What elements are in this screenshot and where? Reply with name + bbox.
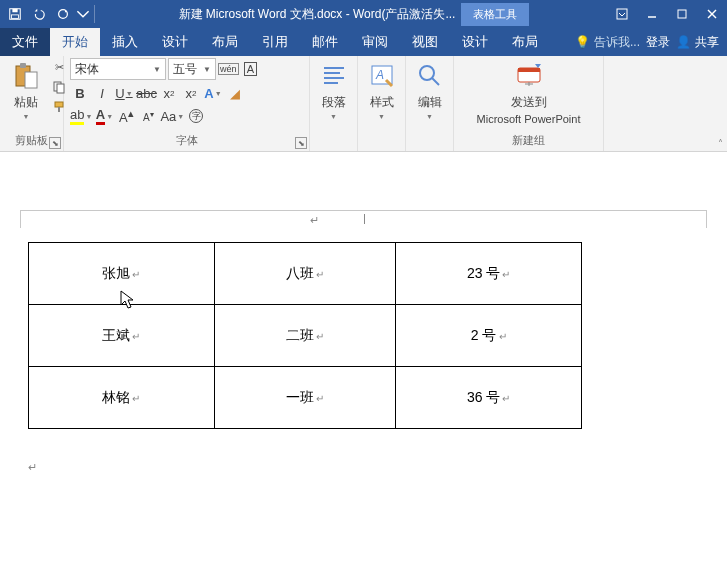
tab-mailings[interactable]: 邮件: [300, 28, 350, 56]
send-to-label: 发送到: [511, 94, 547, 111]
subscript-button[interactable]: x2: [159, 83, 179, 103]
table-row[interactable]: 林铭↵ 一班↵ 36 号↵: [29, 367, 582, 429]
send-to-powerpoint-button[interactable]: 发送到 Microsoft PowerPoint: [473, 58, 585, 127]
shrink-font-button[interactable]: A▾: [138, 106, 158, 126]
chevron-down-icon: ▼: [203, 65, 211, 74]
paragraph-button[interactable]: 段落 ▼: [314, 58, 354, 122]
title-center: 新建 Microsoft Word 文档.docx - Word(产品激活失..…: [101, 3, 607, 26]
table-cell[interactable]: 23 号↵: [396, 243, 582, 305]
enclose-characters-button[interactable]: 字: [186, 106, 206, 126]
grow-font-icon: A▴: [119, 107, 134, 125]
styles-button[interactable]: A 样式 ▼: [362, 58, 402, 122]
group-newgroup: 发送到 Microsoft PowerPoint 新建组: [454, 56, 604, 151]
document-area[interactable]: ↵ 张旭↵ 八班↵ 23 号↵ 王斌↵ 二班↵ 2 号↵ 林铭↵ 一班↵ 36 …: [0, 152, 727, 582]
svg-rect-6: [678, 10, 686, 18]
redo-button[interactable]: [52, 3, 74, 25]
group-font: 宋体▼ 五号▼ wén A B I U▼ abc x2 x2 A▼ ◢: [64, 56, 310, 151]
paste-button[interactable]: 粘贴 ▼: [6, 58, 46, 122]
table-cell[interactable]: 张旭↵: [29, 243, 215, 305]
minimize-button[interactable]: [637, 0, 667, 28]
svg-rect-14: [55, 102, 63, 107]
cell-mark-icon: ↵: [316, 269, 324, 280]
horizontal-ruler[interactable]: [20, 210, 707, 228]
tell-me-label: 告诉我...: [594, 34, 640, 51]
strikethrough-button[interactable]: abc: [136, 83, 157, 103]
table-row[interactable]: 张旭↵ 八班↵ 23 号↵: [29, 243, 582, 305]
quick-access-toolbar: [0, 3, 101, 25]
text-effects-button[interactable]: A▼: [203, 83, 223, 103]
svg-text:A: A: [375, 68, 384, 82]
bold-button[interactable]: B: [70, 83, 90, 103]
superscript-button[interactable]: x2: [181, 83, 201, 103]
close-button[interactable]: [697, 0, 727, 28]
tab-home[interactable]: 开始: [50, 28, 100, 56]
paste-icon: [10, 60, 42, 92]
chevron-down-icon: ▼: [85, 113, 92, 120]
share-button[interactable]: 👤 共享: [676, 34, 719, 51]
font-name-combo[interactable]: 宋体▼: [70, 58, 166, 80]
table-row[interactable]: 王斌↵ 二班↵ 2 号↵: [29, 305, 582, 367]
collapse-ribbon-button[interactable]: ˄: [718, 138, 723, 149]
lightbulb-icon: 💡: [575, 35, 590, 49]
highlight-button[interactable]: ab▼: [70, 106, 92, 126]
group-label-paragraph: [316, 134, 351, 151]
chevron-down-icon: ▼: [330, 113, 337, 120]
table-cell[interactable]: 一班↵: [214, 367, 396, 429]
grow-font-button[interactable]: A▴: [116, 106, 136, 126]
clipboard-dialog-launcher[interactable]: ⬊: [49, 137, 61, 149]
document-title: 新建 Microsoft Word 文档.docx - Word(产品激活失..…: [179, 6, 456, 23]
table-cell[interactable]: 八班↵: [214, 243, 396, 305]
enclose-icon: 字: [189, 109, 203, 123]
cell-text: 2 号: [471, 327, 497, 343]
login-button[interactable]: 登录: [646, 34, 670, 51]
chevron-down-icon: ▼: [126, 90, 133, 97]
paste-label: 粘贴: [14, 94, 38, 111]
svg-point-22: [420, 66, 434, 80]
table-cell[interactable]: 林铭↵: [29, 367, 215, 429]
editing-button[interactable]: 编辑 ▼: [410, 58, 450, 122]
chevron-down-icon: ▼: [153, 65, 161, 74]
font-color-button[interactable]: A▼: [94, 106, 114, 126]
tab-file[interactable]: 文件: [0, 28, 50, 56]
table-cell[interactable]: 二班↵: [214, 305, 396, 367]
tab-references[interactable]: 引用: [250, 28, 300, 56]
ribbon-tabs: 文件 开始 插入 设计 布局 引用 邮件 审阅 视图 设计 布局 💡 告诉我..…: [0, 28, 727, 56]
undo-button[interactable]: [28, 3, 50, 25]
title-bar: 新建 Microsoft Word 文档.docx - Word(产品激活失..…: [0, 0, 727, 28]
italic-button[interactable]: I: [92, 83, 112, 103]
tab-view[interactable]: 视图: [400, 28, 450, 56]
maximize-button[interactable]: [667, 0, 697, 28]
svg-rect-25: [518, 68, 540, 72]
window-controls: [607, 0, 727, 28]
save-button[interactable]: [4, 3, 26, 25]
table-cell[interactable]: 王斌↵: [29, 305, 215, 367]
svg-rect-15: [58, 107, 60, 112]
character-border-button[interactable]: A: [241, 59, 261, 79]
font-dialog-launcher[interactable]: ⬊: [295, 137, 307, 149]
table-cell[interactable]: 36 号↵: [396, 367, 582, 429]
phonetic-guide-button[interactable]: wén: [218, 59, 239, 79]
underline-button[interactable]: U▼: [114, 83, 134, 103]
ribbon-options-button[interactable]: [607, 0, 637, 28]
word-table[interactable]: 张旭↵ 八班↵ 23 号↵ 王斌↵ 二班↵ 2 号↵ 林铭↵ 一班↵ 36 号↵: [28, 242, 582, 429]
tab-layout[interactable]: 布局: [200, 28, 250, 56]
editing-label: 编辑: [418, 94, 442, 111]
qat-customize-button[interactable]: [76, 3, 90, 25]
shrink-font-icon: A▾: [143, 109, 154, 123]
tab-design[interactable]: 设计: [150, 28, 200, 56]
tell-me-search[interactable]: 💡 告诉我...: [575, 34, 640, 51]
clear-formatting-button[interactable]: ◢: [225, 83, 245, 103]
group-label-font: 字体: [70, 131, 303, 151]
tab-table-design[interactable]: 设计: [450, 28, 500, 56]
svg-rect-10: [20, 63, 26, 68]
change-case-button[interactable]: Aa▼: [160, 106, 184, 126]
tab-insert[interactable]: 插入: [100, 28, 150, 56]
table-cell[interactable]: 2 号↵: [396, 305, 582, 367]
group-editing: 编辑 ▼: [406, 56, 454, 151]
tab-review[interactable]: 审阅: [350, 28, 400, 56]
page: 张旭↵ 八班↵ 23 号↵ 王斌↵ 二班↵ 2 号↵ 林铭↵ 一班↵ 36 号↵…: [28, 242, 699, 447]
contextual-tab-label: 表格工具: [461, 3, 529, 26]
font-size-combo[interactable]: 五号▼: [168, 58, 216, 80]
tab-table-layout[interactable]: 布局: [500, 28, 550, 56]
styles-label: 样式: [370, 94, 394, 111]
